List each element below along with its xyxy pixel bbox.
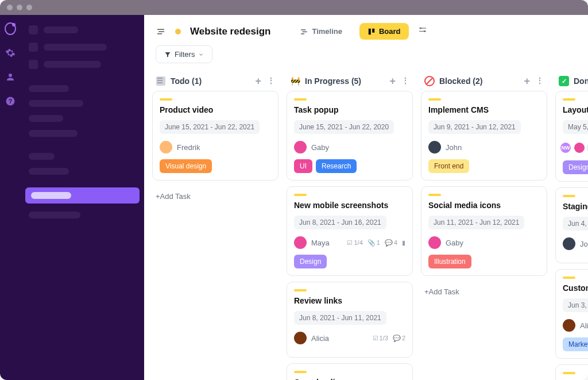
card-title: Implement CMS xyxy=(428,105,540,114)
avatar: NW xyxy=(559,141,572,154)
column-title: Blocked (2) xyxy=(439,76,482,86)
note-icon xyxy=(156,76,166,86)
subtasks-count: ☑ 1/4 xyxy=(347,239,362,247)
avatar xyxy=(573,141,586,154)
blocked-icon xyxy=(424,76,435,86)
card[interactable]: Copy landing page Jun 9, 2021 - Jun 16, … xyxy=(287,363,413,380)
logo-icon[interactable] xyxy=(5,23,16,34)
filters-label: Filters xyxy=(175,50,195,59)
avatar xyxy=(294,141,307,153)
project-status-dot xyxy=(175,29,181,34)
tag: Research xyxy=(316,159,357,173)
card-title: Staging setup xyxy=(563,202,588,211)
construction-icon: 🚧 xyxy=(290,76,300,86)
add-card-button[interactable]: + xyxy=(255,76,261,86)
column-more-button[interactable]: ⋮ xyxy=(401,76,409,86)
gear-icon[interactable] xyxy=(5,47,16,59)
column-title: In Progress (5) xyxy=(305,76,361,86)
maximize-dot[interactable] xyxy=(26,5,32,10)
svg-rect-9 xyxy=(372,28,374,32)
nav-rail: ? xyxy=(0,15,21,380)
card[interactable]: Customer sto Jun 3, 2021 - Alicia Market… xyxy=(555,269,588,359)
card-title: Product video xyxy=(160,105,271,114)
column-done: ✓ Done (5) Layout drafts May 5, 2021 - N… xyxy=(555,71,588,380)
svg-rect-7 xyxy=(301,33,305,34)
comment-count: 💬 2 xyxy=(393,335,405,342)
filters-button[interactable]: Filters xyxy=(156,45,212,63)
tag: Design xyxy=(563,160,588,174)
assignee: John xyxy=(446,143,462,152)
avatar xyxy=(428,141,441,153)
card[interactable]: Social media icons Jun 11, 2021 - Jun 12… xyxy=(421,186,547,276)
card-title: Review links xyxy=(294,296,405,305)
help-icon[interactable]: ? xyxy=(5,95,16,107)
menu-icon[interactable] xyxy=(156,26,166,37)
add-card-button[interactable]: + xyxy=(389,76,396,86)
card[interactable]: Layout drafts May 5, 2021 - NW +3 Design xyxy=(555,91,588,182)
svg-text:?: ? xyxy=(9,98,12,105)
card-title: Customer sto xyxy=(563,283,588,293)
project-title: Website redesign xyxy=(190,26,270,37)
add-task-button[interactable]: +Add Task xyxy=(421,282,547,302)
svg-rect-5 xyxy=(301,29,306,30)
add-task-button[interactable]: +Add Task xyxy=(152,186,278,206)
tag: Marketing xyxy=(563,337,588,351)
card[interactable]: Implement CMS Jun 9, 2021 - Jun 12, 2021… xyxy=(421,91,547,181)
subtasks-count: ☑ 1/3 xyxy=(373,335,388,342)
card-title: Social media icons xyxy=(428,201,540,210)
users-icon[interactable] xyxy=(5,71,16,83)
card[interactable]: Review links Jun 8, 2021 - Jun 11, 2021 … xyxy=(287,282,413,358)
tag: UI xyxy=(294,159,312,173)
avatar xyxy=(294,332,307,344)
chevron-down-icon xyxy=(198,52,204,57)
avatar xyxy=(563,237,575,250)
add-card-button[interactable]: + xyxy=(524,76,530,86)
assignee: Maya xyxy=(311,239,330,247)
filter-icon xyxy=(164,51,171,58)
card-date: Jun 11, 2021 - Jun 12, 2021 xyxy=(428,216,524,229)
avatar xyxy=(563,319,575,332)
card[interactable]: Staging setup Jun 4, 2021 - J John xyxy=(555,187,588,263)
svg-rect-8 xyxy=(369,28,371,34)
card-date: June 15, 2021 - Jun 22, 2020 xyxy=(294,120,394,134)
card[interactable]: New mobile screenshots Jun 8, 2021 - Jun… xyxy=(287,186,413,276)
card-title: New mobile screenshots xyxy=(294,201,405,210)
sidebar xyxy=(21,15,144,380)
minimize-dot[interactable] xyxy=(17,5,22,10)
tag: Illustration xyxy=(428,255,471,268)
window-titlebar xyxy=(0,0,588,15)
tag: Front end xyxy=(428,159,469,173)
tab-label: Board xyxy=(379,27,401,36)
card-date: Jun 3, 2021 - xyxy=(563,298,588,312)
board-settings-icon[interactable] xyxy=(418,26,427,37)
card[interactable]: Task popup June 15, 2021 - Jun 22, 2020 … xyxy=(287,91,413,181)
card-title: Layout drafts xyxy=(563,105,588,114)
tag: Visual design xyxy=(160,159,212,173)
card-date: June 15, 2021 - Jun 22, 2021 xyxy=(160,120,260,134)
column-todo: Todo (1) + ⋮ Product video June 15, 2021… xyxy=(152,71,278,380)
column-title: Done (5) xyxy=(574,76,588,86)
card-date: Jun 4, 2021 - J xyxy=(563,217,588,231)
assignee: Alicia xyxy=(311,334,329,343)
assignee: Gaby xyxy=(311,143,329,152)
assignee: Gaby xyxy=(446,239,463,247)
assignee: Fredrik xyxy=(177,143,200,152)
column-blocked: Blocked (2) + ⋮ Implement CMS Jun 9, 202… xyxy=(421,71,547,380)
card[interactable]: Sidebar story Jun 2, 2021 - xyxy=(555,364,588,380)
sidebar-item-active[interactable] xyxy=(25,187,140,204)
tab-timeline[interactable]: Timeline xyxy=(292,23,350,40)
card-date: Jun 8, 2021 - Jun 16, 2021 xyxy=(294,216,386,229)
avatar xyxy=(160,141,172,153)
card-date: Jun 9, 2021 - Jun 12, 2021 xyxy=(428,120,521,134)
card[interactable]: Product video June 15, 2021 - Jun 22, 20… xyxy=(152,91,278,181)
close-dot[interactable] xyxy=(7,5,13,10)
check-icon: ✓ xyxy=(559,76,569,86)
column-more-button[interactable]: ⋮ xyxy=(536,76,544,86)
comment-count: 💬 4 xyxy=(385,239,397,247)
tab-board[interactable]: Board xyxy=(359,23,409,40)
card-date: Jun 8, 2021 - Jun 11, 2021 xyxy=(294,311,386,325)
tab-label: Timeline xyxy=(312,27,342,36)
column-more-button[interactable]: ⋮ xyxy=(267,76,275,86)
attachment-count: 📎 1 xyxy=(368,239,380,247)
column-in-progress: 🚧 In Progress (5) + ⋮ Task popup June 15… xyxy=(287,71,413,380)
